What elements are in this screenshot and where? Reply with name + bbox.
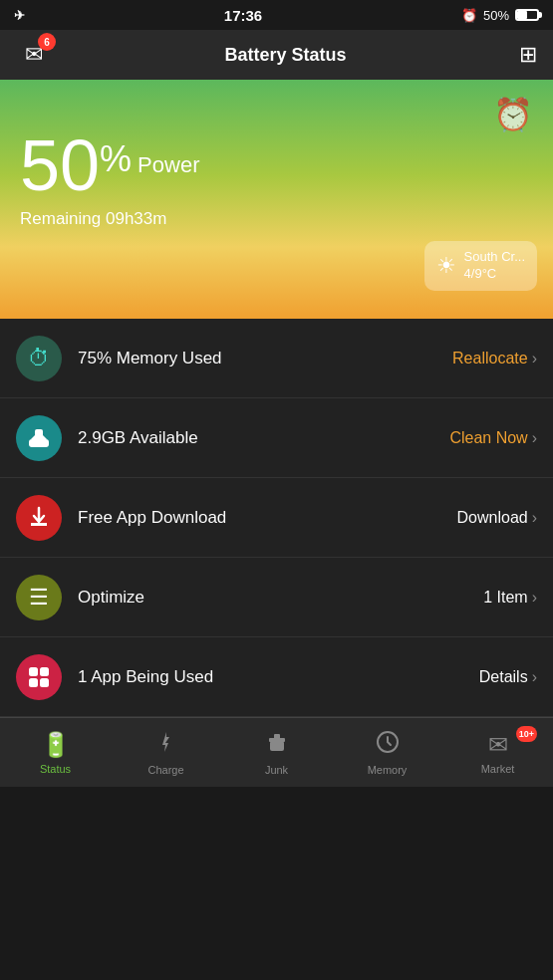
optimize-text: 1 Item <box>483 589 527 607</box>
status-bar-left: ✈ <box>14 8 25 23</box>
reallocate-text: Reallocate <box>452 350 528 368</box>
list-item-storage[interactable]: 2.9GB Available Clean Now › <box>0 398 553 478</box>
svg-rect-3 <box>29 667 38 676</box>
clean-text: Clean Now <box>449 429 527 447</box>
apps-label: 1 App Being Used <box>78 667 479 687</box>
chevron-icon: › <box>532 350 537 368</box>
status-time: 17:36 <box>224 7 262 24</box>
tab-junk-label: Junk <box>265 764 288 776</box>
mail-badge: 6 <box>38 33 56 51</box>
status-bar-right: ⏰ 50% <box>461 8 539 23</box>
weather-info: South Cr... 4/9°C <box>464 249 525 283</box>
chevron-icon: › <box>532 509 537 527</box>
tab-junk[interactable]: Junk <box>221 718 332 787</box>
tab-market[interactable]: ✉ 10+ Market <box>442 718 553 787</box>
tab-memory[interactable]: Memory <box>332 718 442 787</box>
download-action[interactable]: Download › <box>457 509 537 527</box>
hero-remaining: Remaining 09h33m <box>20 209 533 229</box>
weather-city: South Cr... <box>464 249 525 266</box>
tab-market-icon: ✉ <box>488 731 508 759</box>
battery-pct-text: 50% <box>483 8 509 23</box>
optimize-icon: ☰ <box>16 575 62 620</box>
svg-rect-9 <box>274 734 280 739</box>
hero-section: ⏰ 50 % Power Remaining 09h33m ☀ South Cr… <box>0 80 553 319</box>
details-text: Details <box>479 668 528 686</box>
nav-bar: ✉ 6 Battery Status ⊞ <box>0 30 553 80</box>
storage-icon <box>16 415 62 461</box>
reallocate-action[interactable]: Reallocate › <box>452 350 537 368</box>
svg-rect-5 <box>29 678 38 687</box>
svg-rect-4 <box>40 667 49 676</box>
tab-market-label: Market <box>481 763 515 775</box>
tab-charge-icon <box>154 730 178 760</box>
tab-status-label: Status <box>40 763 71 775</box>
chevron-icon: › <box>532 668 537 686</box>
weather-temp: 4/9°C <box>464 266 525 283</box>
tab-charge-label: Charge <box>147 764 183 776</box>
hero-battery: 50 % Power <box>20 129 533 201</box>
market-badge: 10+ <box>516 726 537 742</box>
apps-icon <box>16 654 62 700</box>
list-section: ⏱ 75% Memory Used Reallocate › 2.9GB Ava… <box>0 319 553 717</box>
chevron-icon: › <box>532 589 537 607</box>
hero-weather: ☀ South Cr... 4/9°C <box>424 241 537 291</box>
tab-junk-icon <box>265 730 289 760</box>
memory-label: 75% Memory Used <box>78 349 452 368</box>
battery-icon <box>515 9 539 21</box>
optimize-action[interactable]: 1 Item › <box>483 589 537 607</box>
optimize-label: Optimize <box>78 588 483 608</box>
storage-label: 2.9GB Available <box>78 428 449 448</box>
hero-power-label: Power <box>138 154 199 176</box>
hero-pct-number: 50 <box>20 129 100 201</box>
tab-memory-label: Memory <box>368 764 408 776</box>
list-item-memory[interactable]: ⏱ 75% Memory Used Reallocate › <box>0 319 553 398</box>
alarm-icon: ⏰ <box>461 8 477 23</box>
grid-icon[interactable]: ⊞ <box>519 42 537 68</box>
weather-sun-icon: ☀ <box>436 253 456 279</box>
chevron-icon: › <box>532 429 537 447</box>
battery-fill <box>517 11 527 19</box>
tab-charge[interactable]: Charge <box>111 718 221 787</box>
nav-title: Battery Status <box>224 45 346 66</box>
hero-pct-symbol: % <box>100 141 132 177</box>
download-icon <box>16 495 62 541</box>
memory-icon: ⏱ <box>16 336 62 381</box>
details-action[interactable]: Details › <box>479 668 537 686</box>
tab-memory-icon <box>376 730 400 760</box>
svg-rect-7 <box>270 741 284 751</box>
mail-button[interactable]: ✉ 6 <box>16 37 52 73</box>
airplane-icon: ✈ <box>14 8 25 23</box>
list-item-apps[interactable]: 1 App Being Used Details › <box>0 637 553 717</box>
tab-status[interactable]: 🔋 Status <box>0 718 111 787</box>
tab-bar: 🔋 Status Charge Junk Memory <box>0 717 553 787</box>
svg-marker-2 <box>31 431 47 439</box>
download-label: Free App Download <box>78 508 457 528</box>
list-item-download[interactable]: Free App Download Download › <box>0 478 553 558</box>
status-bar: ✈ 17:36 ⏰ 50% <box>0 0 553 30</box>
list-item-optimize[interactable]: ☰ Optimize 1 Item › <box>0 558 553 637</box>
hero-alarm-icon: ⏰ <box>493 96 533 133</box>
download-text: Download <box>457 509 528 527</box>
tab-status-icon: 🔋 <box>41 731 71 759</box>
svg-rect-6 <box>40 678 49 687</box>
clean-action[interactable]: Clean Now › <box>449 429 537 447</box>
